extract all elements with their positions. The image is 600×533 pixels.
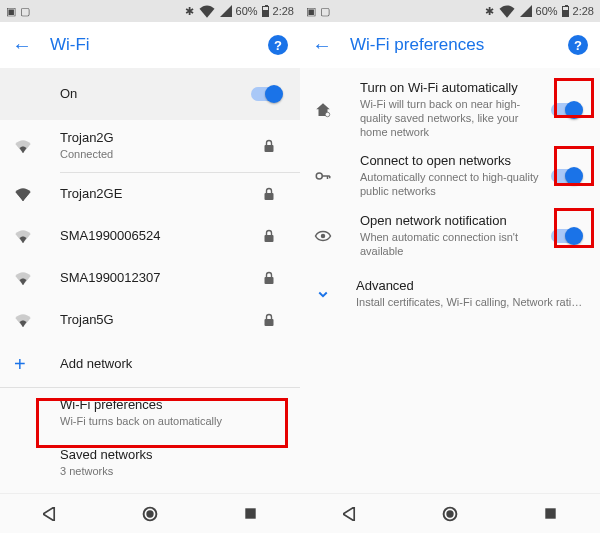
notif-icon: ▣ <box>6 5 16 18</box>
bluetooth-icon: ✱ <box>185 5 194 18</box>
wifi-status-icon <box>198 4 216 18</box>
app-bar: ← Wi-Fi preferences ? <box>300 22 600 68</box>
svg-rect-2 <box>265 235 274 242</box>
nav-recent-icon[interactable] <box>541 505 559 523</box>
nav-home-icon[interactable] <box>441 505 459 523</box>
svg-rect-4 <box>265 319 274 326</box>
wifi-master-switch[interactable] <box>251 87 281 101</box>
back-icon[interactable]: ← <box>312 34 332 57</box>
pref-auto-wifi-row[interactable]: Turn on Wi-Fi automatically Wi-Fi will t… <box>300 74 600 146</box>
pref-open-net-switch[interactable] <box>551 169 581 183</box>
lock-icon <box>252 313 286 327</box>
info-icon <box>314 227 360 245</box>
bluetooth-icon: ✱ <box>485 5 494 18</box>
wifi-preferences-sub: Wi-Fi turns back on automatically <box>60 414 286 428</box>
notif-icon2: ▢ <box>20 5 30 18</box>
saved-networks-row[interactable]: Saved networks 3 networks <box>0 438 300 488</box>
network-row[interactable]: SMA1990006524 <box>0 215 300 257</box>
back-icon[interactable]: ← <box>12 34 32 57</box>
svg-rect-1 <box>265 193 274 200</box>
clock: 2:28 <box>573 5 594 17</box>
pref-auto-wifi-sub: Wi-Fi will turn back on near high-qualit… <box>360 97 546 140</box>
pref-advanced-label: Advanced <box>356 278 586 295</box>
nav-bar <box>0 493 300 533</box>
network-ssid: Trojan2G <box>60 130 252 147</box>
signal-icon <box>520 5 532 17</box>
lock-icon <box>252 187 286 201</box>
wifi-preferences-label: Wi-Fi preferences <box>60 397 286 414</box>
svg-rect-7 <box>245 508 255 518</box>
pref-auto-wifi-label: Turn on Wi-Fi automatically <box>360 80 546 97</box>
network-ssid: Trojan5G <box>60 312 252 329</box>
wifi-status-icon <box>498 4 516 18</box>
pref-notif-sub: When automatic connection isn't availabl… <box>360 230 546 259</box>
wifi-preferences-row[interactable]: Wi-Fi preferences Wi-Fi turns back on au… <box>0 388 300 438</box>
clock: 2:28 <box>273 5 294 17</box>
battery-icon <box>262 6 269 17</box>
wifi-icon <box>14 271 60 285</box>
svg-rect-0 <box>265 145 274 152</box>
add-network-label: Add network <box>60 356 252 373</box>
wifi-master-row[interactable]: On <box>0 68 300 120</box>
home-icon <box>314 101 360 119</box>
phone-left: ▣ ▢ ✱ 60% 2:28 ← Wi-Fi ? On <box>0 0 300 533</box>
plus-icon: + <box>14 353 26 376</box>
wifi-icon <box>14 313 60 327</box>
svg-point-12 <box>446 510 453 517</box>
signal-icon <box>220 5 232 17</box>
lock-icon <box>252 139 286 153</box>
nav-bar <box>300 493 600 533</box>
chevron-down-icon <box>314 285 356 303</box>
wifi-master-label: On <box>60 86 246 103</box>
network-ssid: Trojan2GE <box>60 186 252 203</box>
pref-advanced-sub: Install certificates, Wi-Fi calling, Net… <box>356 295 586 309</box>
pref-auto-wifi-switch[interactable] <box>551 103 581 117</box>
network-row[interactable]: Trojan2G Connected <box>0 120 300 172</box>
pref-notif-row[interactable]: Open network notification When automatic… <box>300 206 600 266</box>
svg-rect-13 <box>545 508 555 518</box>
saved-networks-label: Saved networks <box>60 447 286 464</box>
saved-networks-sub: 3 networks <box>60 464 286 478</box>
key-icon <box>314 167 360 185</box>
battery-pct: 60% <box>536 5 558 17</box>
pref-notif-switch[interactable] <box>551 229 581 243</box>
lock-icon <box>252 271 286 285</box>
content: Turn on Wi-Fi automatically Wi-Fi will t… <box>300 68 600 493</box>
phone-right: ▣ ▢ ✱ 60% 2:28 ← Wi-Fi preferences ? T <box>300 0 600 533</box>
pref-notif-label: Open network notification <box>360 213 546 230</box>
svg-point-9 <box>316 173 322 179</box>
svg-point-6 <box>146 510 153 517</box>
lock-icon <box>252 229 286 243</box>
wifi-icon <box>14 139 60 153</box>
wifi-icon <box>14 187 60 201</box>
nav-back-icon[interactable] <box>41 505 59 523</box>
network-ssid: SMA1990012307 <box>60 270 252 287</box>
status-bar: ▣ ▢ ✱ 60% 2:28 <box>300 0 600 22</box>
notif-icon2: ▢ <box>320 5 330 18</box>
network-status: Connected <box>60 147 252 161</box>
page-title: Wi-Fi preferences <box>350 35 550 55</box>
nav-back-icon[interactable] <box>341 505 359 523</box>
pref-advanced-row[interactable]: Advanced Install certificates, Wi-Fi cal… <box>300 266 600 322</box>
svg-rect-3 <box>265 277 274 284</box>
network-row[interactable]: Trojan5G <box>0 299 300 341</box>
help-icon[interactable]: ? <box>568 35 588 55</box>
help-icon[interactable]: ? <box>268 35 288 55</box>
battery-pct: 60% <box>236 5 258 17</box>
nav-home-icon[interactable] <box>141 505 159 523</box>
network-row[interactable]: SMA1990012307 <box>0 257 300 299</box>
add-network-row[interactable]: + Add network <box>0 341 300 387</box>
wifi-icon <box>14 229 60 243</box>
app-bar: ← Wi-Fi ? <box>0 22 300 68</box>
status-bar: ▣ ▢ ✱ 60% 2:28 <box>0 0 300 22</box>
pref-open-net-label: Connect to open networks <box>360 153 546 170</box>
nav-recent-icon[interactable] <box>241 505 259 523</box>
network-ssid: SMA1990006524 <box>60 228 252 245</box>
svg-point-10 <box>322 234 325 237</box>
pref-open-net-row[interactable]: Connect to open networks Automatically c… <box>300 146 600 206</box>
network-row[interactable]: Trojan2GE <box>0 173 300 215</box>
battery-icon <box>562 6 569 17</box>
content: On Trojan2G Connected Trojan2GE <box>0 68 300 493</box>
notif-icon: ▣ <box>306 5 316 18</box>
page-title: Wi-Fi <box>50 35 250 55</box>
